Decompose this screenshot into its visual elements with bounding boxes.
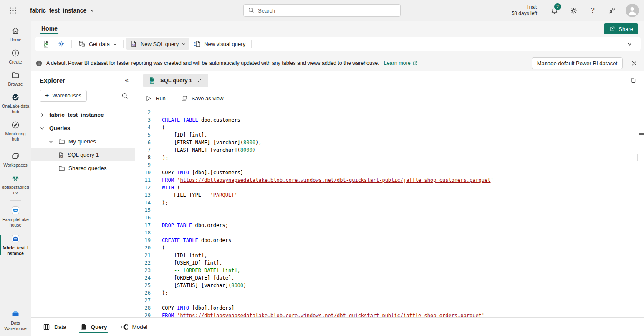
new-visual-query-button[interactable]: New visual query — [189, 38, 249, 50]
tab-home[interactable]: Home — [40, 23, 58, 35]
line-number: 22 — [136, 259, 151, 267]
line-number: 13 — [136, 191, 151, 199]
code-line[interactable]: 24 [ORDER_DATE] [date], — [136, 274, 638, 282]
notifications-button[interactable]: 2 — [546, 3, 562, 18]
save-as-view-button[interactable]: Save as view — [181, 95, 224, 102]
sidebar-item-fabric-test-instance[interactable]: fabric_test_instance — [0, 231, 31, 259]
toolbar: Get data SQL New SQL query New visual qu… — [35, 37, 641, 51]
code-line[interactable]: 9 — [136, 161, 638, 169]
get-data-button[interactable]: Get data — [74, 38, 121, 50]
explorer-search-icon[interactable] — [121, 92, 129, 99]
code-line[interactable]: 27 — [136, 297, 638, 304]
learn-more-link[interactable]: Learn more — [384, 60, 418, 66]
tab-model[interactable]: Model — [120, 319, 149, 335]
editor-scrollbar[interactable] — [638, 107, 644, 317]
tree-item-warehouse[interactable]: fabric_test_instance — [31, 108, 135, 121]
code-line[interactable]: 16 — [136, 214, 638, 221]
gear-icon — [569, 6, 578, 15]
code-line[interactable]: 17DROP TABLE dbo.orders; — [136, 221, 638, 229]
code-line[interactable]: 8); — [136, 154, 638, 161]
settings-button[interactable] — [566, 3, 581, 18]
chevron-down-icon — [182, 42, 186, 46]
search-icon — [248, 7, 255, 14]
sidebar-item-data-warehouse[interactable]: Data Warehouse — [0, 306, 31, 334]
code-line[interactable]: 28COPY INTO [dbo].[orders] — [136, 304, 638, 312]
feedback-button[interactable] — [604, 3, 620, 18]
tab-sql-query-1[interactable]: SQL SQL query 1 — [143, 74, 208, 87]
refresh-document-icon — [42, 40, 51, 48]
toolbar-divider — [71, 40, 72, 48]
code-line[interactable]: 10COPY INTO [dbo].[customers] — [136, 169, 638, 176]
tool-settings-button[interactable] — [54, 38, 69, 50]
sidebar-item-monitoring-hub[interactable]: Monitoring hub — [0, 117, 31, 145]
line-number: 12 — [136, 184, 151, 191]
code-line[interactable]: 22 [USER_ID] [int], — [136, 259, 638, 267]
code-line[interactable]: 19CREATE TABLE dbo.orders — [136, 237, 638, 244]
app-launcher-icon[interactable] — [6, 3, 20, 18]
sidebar-item-workspaces[interactable]: Workspaces — [0, 149, 31, 171]
line-number: 25 — [136, 282, 151, 289]
code-line[interactable]: 23 -- [ORDER_DATE] [int], — [136, 267, 638, 274]
line-number: 17 — [136, 221, 151, 229]
code-line[interactable]: 21 [ID] [int], — [136, 252, 638, 259]
sidebar-item-dbtlabsfabricdev[interactable]: dbtlabsfabricdev — [0, 171, 31, 199]
copy-icon[interactable] — [628, 75, 638, 86]
code-line[interactable]: 25 [STATUS] [varchar](8000) — [136, 282, 638, 289]
sql-code-editor[interactable]: 23CREATE TABLE dbo.customers4(5 [ID] [in… — [136, 107, 644, 317]
code-line[interactable]: 4( — [136, 124, 638, 131]
code-line[interactable]: 7 [LAST_NAME] [varchar](8000) — [136, 146, 638, 154]
tree-item-sql-query-1[interactable]: SQL SQL query 1 — [31, 148, 135, 161]
help-button[interactable]: ? — [585, 3, 601, 18]
sidebar-item-home[interactable]: Home — [0, 23, 31, 46]
code-line[interactable]: 26); — [136, 289, 638, 297]
new-sql-query-button[interactable]: SQL New SQL query — [126, 38, 189, 50]
account-avatar[interactable] — [626, 4, 639, 17]
close-tab-icon[interactable] — [196, 77, 203, 84]
tree-item-my-queries[interactable]: My queries — [31, 135, 135, 148]
tree-item-queries[interactable]: Queries — [31, 122, 135, 135]
sidebar-item-create[interactable]: Create — [0, 46, 31, 68]
tab-query[interactable]: Query — [79, 319, 108, 335]
toolbar-expand-button[interactable] — [627, 41, 632, 47]
line-number: 21 — [136, 252, 151, 259]
sidebar-item-browse[interactable]: Browse — [0, 68, 31, 90]
banner-close-icon[interactable] — [629, 59, 639, 68]
code-line[interactable]: 20( — [136, 244, 638, 252]
line-number: 2 — [136, 109, 151, 116]
query-toolbar: Run Save as view — [136, 89, 644, 107]
code-line[interactable]: 29FROM 'https://dbtlabsynapsedatalake.bl… — [136, 312, 638, 317]
left-nav-rail: Home Create Browse OneLake data hub Moni… — [0, 21, 31, 336]
code-line[interactable]: 5 [ID] [int], — [136, 131, 638, 139]
line-number: 10 — [136, 169, 151, 176]
workspace-switcher[interactable]: fabric_test_instance — [30, 7, 95, 14]
code-line[interactable]: 13 FILE_TYPE = 'PARQUET' — [136, 191, 638, 199]
manage-default-dataset-button[interactable]: Manage default Power BI dataset — [532, 57, 623, 69]
add-warehouses-button[interactable]: + Warehouses — [40, 90, 87, 102]
code-line[interactable]: 3CREATE TABLE dbo.customers — [136, 116, 638, 124]
info-icon — [35, 60, 43, 67]
share-button[interactable]: Share — [604, 23, 638, 34]
person-icon — [626, 4, 639, 17]
compass-icon — [11, 120, 20, 130]
code-line[interactable]: 15 — [136, 206, 638, 214]
code-line[interactable]: 12WITH ( — [136, 184, 638, 191]
sidebar-item-examplelakehouse[interactable]: ExampleLakehouse — [0, 202, 31, 231]
code-line[interactable]: 6 [FIRST_NAME] [varchar](8000), — [136, 139, 638, 146]
top-bar: fabric_test_instance Search Trial: 58 da… — [0, 0, 644, 21]
model-icon — [121, 323, 129, 331]
tab-data[interactable]: Data — [42, 319, 67, 335]
code-line[interactable]: 2 — [136, 109, 638, 116]
toolbar-divider — [123, 40, 124, 48]
sidebar-item-onelake-data-hub[interactable]: OneLake data hub — [0, 90, 31, 117]
folder-icon — [58, 138, 66, 145]
code-line[interactable]: 14); — [136, 199, 638, 206]
run-button[interactable]: Run — [145, 95, 166, 102]
workspaces-icon — [11, 152, 20, 161]
line-number: 28 — [136, 304, 151, 312]
search-input[interactable]: Search — [243, 4, 401, 17]
collapse-panel-icon[interactable]: « — [125, 76, 129, 84]
tree-item-shared-queries[interactable]: Shared queries — [31, 162, 135, 175]
code-line[interactable]: 18 — [136, 229, 638, 237]
code-line[interactable]: 11FROM 'https://dbtlabsynapsedatalake.bl… — [136, 176, 638, 184]
refresh-button[interactable] — [38, 38, 54, 50]
